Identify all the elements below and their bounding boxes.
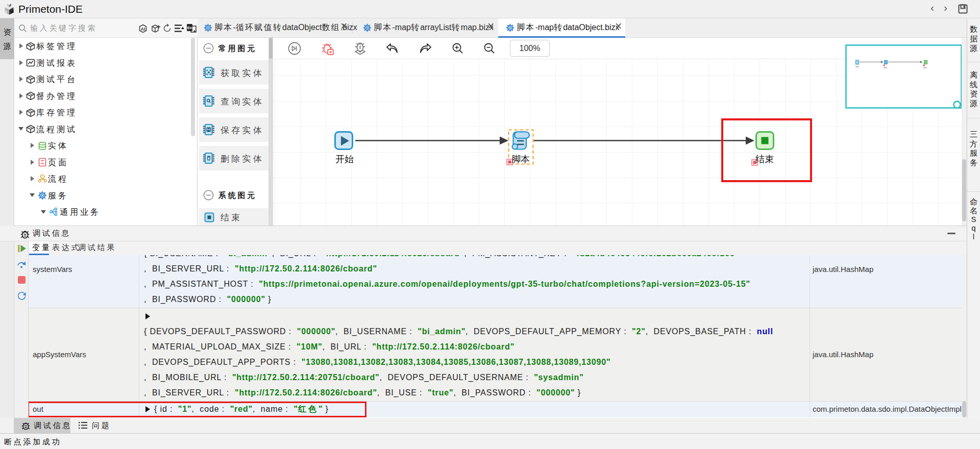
svg-text:En: En bbox=[187, 26, 192, 30]
svg-text:AI: AI bbox=[141, 27, 145, 32]
